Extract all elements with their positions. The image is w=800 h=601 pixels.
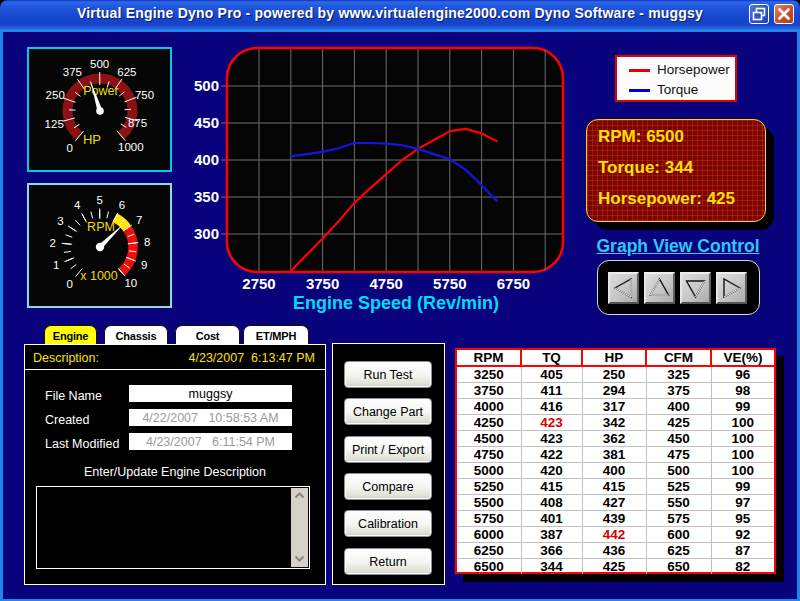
svg-text:Engine Speed (Rev/min): Engine Speed (Rev/min) (293, 293, 499, 313)
svg-text:450: 450 (194, 114, 219, 131)
svg-text:4: 4 (74, 199, 81, 211)
svg-text:5750: 5750 (433, 275, 466, 292)
svg-text:350: 350 (194, 188, 219, 205)
svg-text:400: 400 (194, 151, 219, 168)
svg-text:2: 2 (49, 237, 55, 249)
svg-text:6750: 6750 (497, 275, 530, 292)
svg-text:10: 10 (124, 277, 137, 289)
svg-text:375: 375 (63, 66, 82, 78)
svg-text:1: 1 (53, 259, 59, 271)
svg-text:0: 0 (67, 142, 73, 154)
svg-text:0: 0 (67, 278, 73, 290)
svg-text:125: 125 (45, 118, 64, 130)
svg-text:3750: 3750 (306, 275, 339, 292)
svg-text:4750: 4750 (370, 275, 403, 292)
svg-text:250: 250 (46, 89, 65, 101)
svg-text:5: 5 (96, 194, 102, 206)
svg-text:Power: Power (83, 84, 118, 98)
svg-text:750: 750 (135, 89, 154, 101)
svg-text:x 1000: x 1000 (80, 269, 118, 283)
svg-text:3: 3 (57, 215, 63, 227)
svg-text:875: 875 (128, 117, 147, 129)
svg-text:9: 9 (141, 259, 147, 271)
svg-text:HP: HP (83, 132, 101, 147)
svg-text:1000: 1000 (118, 141, 144, 153)
svg-text:300: 300 (194, 225, 219, 242)
svg-text:6: 6 (119, 199, 125, 211)
svg-text:7: 7 (136, 214, 142, 226)
svg-text:RPM: RPM (87, 220, 115, 234)
svg-text:500: 500 (194, 77, 219, 94)
svg-text:500: 500 (90, 58, 109, 70)
svg-text:2750: 2750 (242, 275, 275, 292)
svg-text:8: 8 (144, 236, 150, 248)
svg-text:625: 625 (117, 66, 136, 78)
